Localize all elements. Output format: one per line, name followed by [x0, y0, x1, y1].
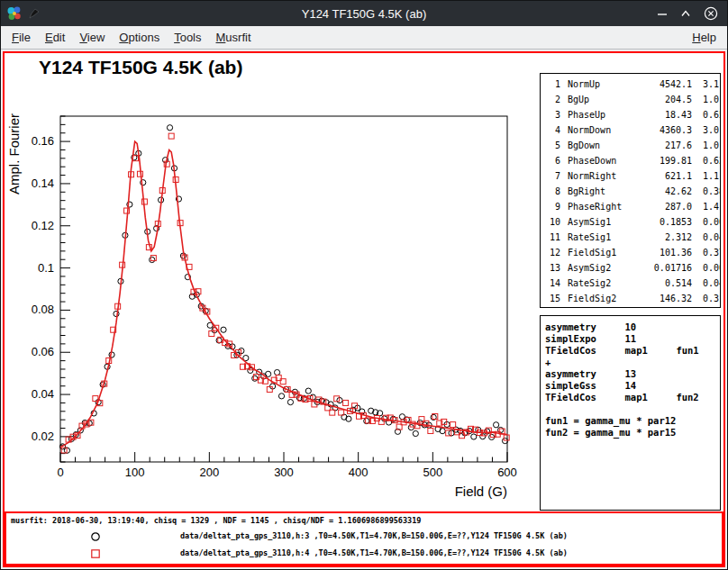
close-icon [704, 6, 718, 21]
menu-item-view[interactable]: View [72, 26, 112, 49]
maximize-button[interactable] [680, 8, 691, 19]
menubar: File Edit View Options Tools Musrfit Hel… [1, 26, 727, 50]
theory-line: TFieldCos map1 fun1 [545, 345, 720, 357]
svg-text:0.06: 0.06 [32, 345, 54, 358]
legend-entry: data/deltat_pta_gps_3110,h:4 ,T0=4.50K,T… [6, 546, 722, 562]
svg-text:0.16: 0.16 [32, 134, 54, 148]
svg-text:600: 600 [497, 466, 517, 479]
param-row: 12FieldSig1101.360.37 [544, 245, 720, 260]
close-button[interactable] [704, 6, 718, 21]
svg-text:0.02: 0.02 [32, 430, 54, 443]
theory-line: TFieldCos map1 fun2 [545, 392, 720, 403]
param-row: 3PhaseUp18.430.65 [544, 107, 720, 122]
legend-label: data/deltat_pta_gps_3110,h:3 ,T0=4.50K,T… [180, 531, 568, 540]
app-icon [6, 5, 23, 22]
fit-parameter-box[interactable]: 1NormUp4542.13.12BgUp204.51.03PhaseUp18.… [540, 73, 721, 308]
fit-info-line: musrfit: 2018-06-30, 13:19:40, chisq = 1… [11, 516, 421, 525]
param-row: 2BgUp204.51.0 [544, 92, 720, 107]
theory-function-box[interactable]: asymmetry 10simplExpo 11TFieldCos map1 f… [540, 315, 721, 511]
theory-line: asymmetry 13 [545, 368, 720, 380]
theory-line: simpleGss 14 [545, 380, 720, 392]
titlebar[interactable]: Y124 TF150G 4.5K (ab) [1, 1, 727, 26]
plot-pad: Y124 TF150G 4.5K (ab) 010020030040050060… [5, 53, 723, 511]
param-row: 6PhaseDown199.810.62 [544, 153, 720, 168]
svg-text:500: 500 [423, 466, 442, 479]
legend-pad: musrfit: 2018-06-30, 13:19:40, chisq = 1… [5, 511, 723, 565]
param-row: 8BgRight42.620.38 [544, 184, 720, 199]
fourier-plot[interactable]: 01002003004005006000.020.040.060.080.10.… [5, 98, 527, 505]
plot-title: Y124 TF150G 4.5K (ab) [39, 57, 242, 78]
param-row: 1NormUp4542.13.1 [544, 77, 720, 92]
svg-text:0: 0 [57, 466, 63, 479]
param-row: 15FieldSig2146.320.31 [544, 291, 720, 306]
window-title: Y124 TF150G 4.5K (ab) [1, 7, 727, 21]
minimize-button[interactable] [657, 8, 668, 19]
svg-text:0.04: 0.04 [32, 387, 54, 401]
menu-item-edit[interactable]: Edit [38, 26, 72, 49]
param-row: 5BgDown217.61.0 [544, 138, 720, 153]
theory-line [545, 403, 720, 415]
minimize-icon [657, 8, 668, 19]
menu-item-tools[interactable]: Tools [167, 26, 208, 49]
param-row: 4NormDown4360.33.0 [544, 122, 720, 138]
menu-item-options[interactable]: Options [112, 26, 167, 49]
param-row: 13AsymSig20.017160.00098 [544, 260, 720, 276]
svg-text:100: 100 [125, 466, 145, 479]
param-row: 14RateSig20.5140.045 [544, 276, 720, 291]
menu-item-file[interactable]: File [5, 26, 38, 49]
menu-item-help[interactable]: Help [685, 26, 723, 49]
svg-text:Ampl. Fourier: Ampl. Fourier [6, 113, 22, 195]
legend-entry: data/deltat_pta_gps_3110,h:3 ,T0=4.50K,T… [6, 529, 722, 545]
legend-label: data/deltat_pta_gps_3110,h:4 ,T0=4.50K,T… [180, 548, 568, 557]
window-controls [657, 6, 718, 21]
menu-item-musrfit[interactable]: Musrfit [209, 26, 259, 49]
svg-text:0.12: 0.12 [32, 219, 54, 232]
pin-icon[interactable] [28, 7, 41, 20]
square-marker-icon [89, 547, 102, 560]
param-row: 9PhaseRight287.01.4 [544, 199, 720, 214]
svg-text:300: 300 [274, 466, 294, 479]
root-canvas: Y124 TF150G 4.5K (ab) 010020030040050060… [3, 51, 725, 567]
theory-line: fun2 = gamma_mu * par15 [545, 427, 720, 439]
theory-line: asymmetry 10 [545, 321, 720, 333]
svg-text:0.08: 0.08 [32, 303, 54, 316]
param-row: 7NormRight621.11.1 [544, 168, 720, 184]
circle-marker-icon [89, 530, 102, 543]
param-row: 11RateSig12.3120.043 [544, 230, 720, 245]
maximize-icon [680, 8, 691, 19]
application-window: Y124 TF150G 4.5K (ab) Fil [0, 0, 728, 570]
svg-text:0.1: 0.1 [38, 261, 54, 275]
theory-line: simplExpo 11 [545, 333, 720, 345]
svg-text:400: 400 [349, 466, 369, 479]
theory-line: fun1 = gamma_mu * par12 [545, 415, 720, 427]
svg-text:Field (G): Field (G) [455, 484, 507, 499]
param-row: 10AsymSig10.18530.0028 [544, 214, 720, 230]
svg-text:200: 200 [199, 466, 219, 479]
theory-line: + [545, 357, 720, 368]
svg-text:0.14: 0.14 [32, 176, 54, 190]
